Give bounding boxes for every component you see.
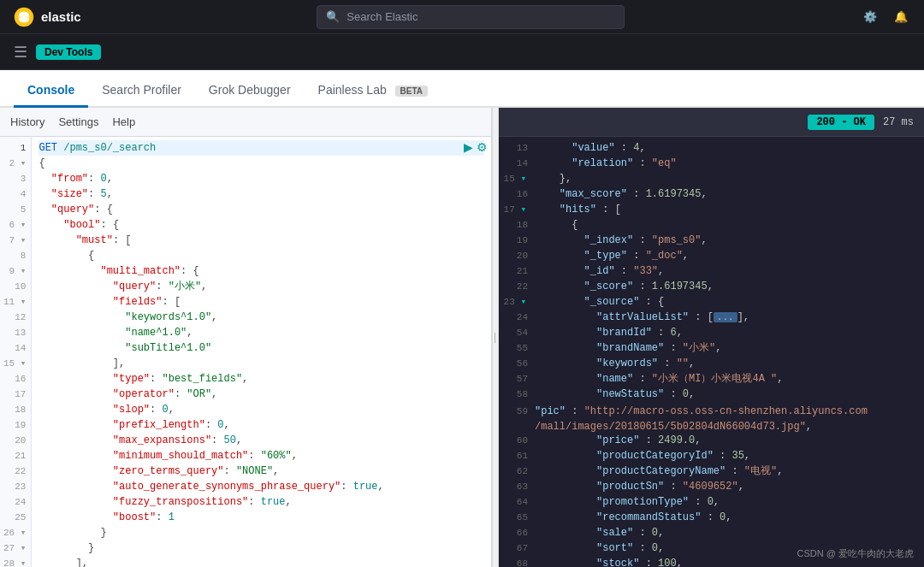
r-line-57: 57 "name" : "小米（MI）小米电视4A ", <box>499 371 924 387</box>
code-line-6: "bool": { <box>38 217 484 233</box>
code-line-12: "keywords^1.0", <box>38 310 484 325</box>
time-badge: 27 ms <box>883 116 914 128</box>
r-line-15: 15 ▾ }, <box>499 171 924 186</box>
history-button[interactable]: History <box>10 112 44 132</box>
linenum-14: 14 <box>0 340 31 356</box>
r-line-62: 62 "productCategoryName" : "电视", <box>499 464 924 479</box>
secondbar: ☰ Dev Tools <box>0 34 924 70</box>
search-icon: 🔍 <box>326 10 340 23</box>
r-line-66: 66 "sale" : 0, <box>499 525 924 540</box>
code-line-13: "name^1.0", <box>38 325 484 340</box>
r-line-54: 54 "brandId" : 6, <box>499 325 924 340</box>
elastic-logo-icon <box>14 7 34 27</box>
topbar: elastic 🔍 Search Elastic ⚙️ 🔔 <box>0 0 924 34</box>
hamburger-menu[interactable]: ☰ <box>14 43 27 62</box>
r-line-24: 24 "attrValueList" : [...], <box>499 310 924 325</box>
svg-point-4 <box>24 12 29 21</box>
code-line-23: "auto_generate_synonyms_phrase_query": t… <box>38 479 484 494</box>
tabs-bar: Console Search Profiler Grok Debugger Pa… <box>0 70 924 108</box>
linenum-5: 5 <box>0 202 31 217</box>
code-line-10: "query": "小米", <box>38 279 484 294</box>
code-line-22: "zero_terms_query": "NONE", <box>38 464 484 479</box>
tab-grok-debugger[interactable]: Grok Debugger <box>195 74 305 108</box>
linenum-16: 16 <box>0 371 31 387</box>
r-line-58: 58 "newStatus" : 0, <box>499 387 924 402</box>
first-line-actions: ▶ ⚙ <box>464 140 488 154</box>
left-panel: History Settings Help 1 2 ▾ 3 4 5 6 ▾ 7 … <box>0 108 492 567</box>
r-line-67: 67 "sort" : 0, <box>499 540 924 556</box>
right-panel: 200 - OK 27 ms 13 "value" : 4, 14 "relat… <box>499 108 924 567</box>
run-button[interactable]: ▶ <box>464 140 473 154</box>
editor-content[interactable]: GET /pms_s0/_search { "from": 0, "size":… <box>32 137 491 567</box>
logo-text: elastic <box>41 9 81 24</box>
search-placeholder: Search Elastic <box>346 10 418 23</box>
code-line-14: "subTitle^1.0" <box>38 340 484 356</box>
tab-painless-lab[interactable]: Painless Lab BETA <box>305 74 442 108</box>
code-line-19: "prefix_length": 0, <box>38 417 484 433</box>
notifications-icon[interactable]: 🔔 <box>891 8 910 27</box>
code-line-11: "fields": [ <box>38 294 484 310</box>
code-line-28: ], <box>38 556 484 567</box>
status-badge: 200 - OK <box>808 115 874 130</box>
code-line-16: "type": "best_fields", <box>38 371 484 387</box>
linenum-4: 4 <box>0 186 31 202</box>
topbar-right: ⚙️ 🔔 <box>861 8 910 27</box>
settings-button[interactable]: Settings <box>58 112 98 132</box>
linenum-22: 22 <box>0 464 31 479</box>
r-line-65: 65 "recommandStatus" : 0, <box>499 510 924 525</box>
code-line-7: "must": [ <box>38 233 484 248</box>
linenum-26: 26 ▾ <box>0 525 31 540</box>
right-toolbar: 200 - OK 27 ms <box>499 108 924 137</box>
r-line-23: 23 ▾ "_source" : { <box>499 294 924 310</box>
linenum-6: 6 ▾ <box>0 217 31 233</box>
r-line-59: 59 "pic" : "http://macro-oss.oss-cn-shen… <box>499 402 924 433</box>
search-bar-container: 🔍 Search Elastic <box>92 5 850 29</box>
r-line-13: 13 "value" : 4, <box>499 140 924 156</box>
r-line-21: 21 "_id" : "33", <box>499 263 924 279</box>
logo-area[interactable]: elastic <box>14 7 81 27</box>
code-line-26: } <box>38 525 484 540</box>
linenum-7: 7 ▾ <box>0 233 31 248</box>
linenum-10: 10 <box>0 279 31 294</box>
code-line-2: { <box>38 156 484 171</box>
left-toolbar: History Settings Help <box>0 108 491 137</box>
r-line-14: 14 "relation" : "eq" <box>499 156 924 171</box>
linenum-24: 24 <box>0 494 31 510</box>
r-line-22: 22 "_score" : 1.6197345, <box>499 279 924 294</box>
linenum-2: 2 ▾ <box>0 156 31 171</box>
linenum-19: 19 <box>0 417 31 433</box>
linenum-27: 27 ▾ <box>0 540 31 556</box>
linenum-11: 11 ▾ <box>0 294 31 310</box>
linenum-3: 3 <box>0 171 31 186</box>
code-line-27: } <box>38 540 484 556</box>
panel-divider[interactable]: │ <box>492 108 499 567</box>
code-line-25: "boost": 1 <box>38 510 484 525</box>
tab-search-profiler[interactable]: Search Profiler <box>88 74 195 108</box>
code-line-17: "operator": "OR", <box>38 387 484 402</box>
linenum-18: 18 <box>0 402 31 417</box>
r-line-56: 56 "keywords" : "", <box>499 356 924 371</box>
help-button[interactable]: Help <box>112 112 135 132</box>
search-input[interactable]: 🔍 Search Elastic <box>317 5 625 29</box>
code-line-24: "fuzzy_transpositions": true, <box>38 494 484 510</box>
linenum-1: 1 <box>0 140 31 156</box>
linenum-17: 17 <box>0 387 31 402</box>
editor-settings-button[interactable]: ⚙ <box>477 140 488 154</box>
r-line-19: 19 "_index" : "pms_s0", <box>499 233 924 248</box>
tab-console[interactable]: Console <box>14 74 88 108</box>
code-line-1: GET /pms_s0/_search <box>38 140 484 156</box>
r-line-64: 64 "promotionType" : 0, <box>499 494 924 510</box>
right-content[interactable]: 13 "value" : 4, 14 "relation" : "eq" 15 … <box>499 137 924 567</box>
editor-area[interactable]: 1 2 ▾ 3 4 5 6 ▾ 7 ▾ 8 9 ▾ 10 11 ▾ 12 13 … <box>0 137 491 567</box>
r-line-68: 68 "stock" : 100, <box>499 556 924 567</box>
beta-badge: BETA <box>395 86 428 97</box>
r-line-16: 16 "max_score" : 1.6197345, <box>499 186 924 202</box>
code-line-21: "minimum_should_match": "60%", <box>38 448 484 464</box>
linenum-8: 8 <box>0 248 31 263</box>
devtools-badge[interactable]: Dev Tools <box>36 44 101 60</box>
r-line-20: 20 "_type" : "_doc", <box>499 248 924 263</box>
r-line-17: 17 ▾ "hits" : [ <box>499 202 924 217</box>
r-line-55: 55 "brandName" : "小米", <box>499 340 924 356</box>
settings-icon[interactable]: ⚙️ <box>861 8 880 27</box>
linenum-13: 13 <box>0 325 31 340</box>
